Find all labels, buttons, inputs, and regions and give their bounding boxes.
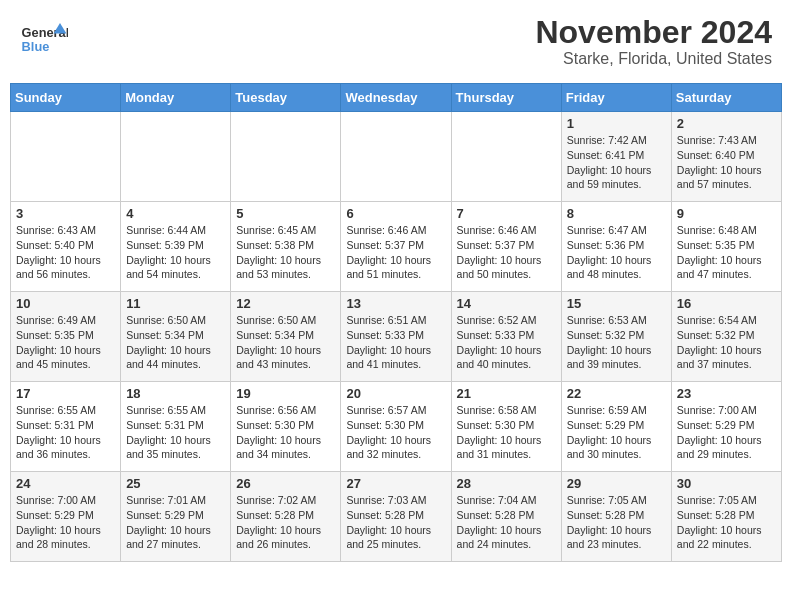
day-number: 2 xyxy=(677,116,776,131)
col-wednesday: Wednesday xyxy=(341,84,451,112)
day-number: 15 xyxy=(567,296,666,311)
calendar-cell-w3-d2: 19Sunrise: 6:56 AMSunset: 5:30 PMDayligh… xyxy=(231,382,341,472)
col-sunday: Sunday xyxy=(11,84,121,112)
day-number: 5 xyxy=(236,206,335,221)
calendar-cell-w2-d1: 11Sunrise: 6:50 AMSunset: 5:34 PMDayligh… xyxy=(121,292,231,382)
day-info-line: Daylight: 10 hours and 53 minutes. xyxy=(236,253,335,282)
calendar-cell-w3-d6: 23Sunrise: 7:00 AMSunset: 5:29 PMDayligh… xyxy=(671,382,781,472)
day-info-line: Daylight: 10 hours and 24 minutes. xyxy=(457,523,556,552)
calendar-cell-w3-d5: 22Sunrise: 6:59 AMSunset: 5:29 PMDayligh… xyxy=(561,382,671,472)
calendar-cell-w3-d0: 17Sunrise: 6:55 AMSunset: 5:31 PMDayligh… xyxy=(11,382,121,472)
calendar-cell-w0-d6: 2Sunrise: 7:43 AMSunset: 6:40 PMDaylight… xyxy=(671,112,781,202)
day-info-line: Daylight: 10 hours and 28 minutes. xyxy=(16,523,115,552)
header-row: Sunday Monday Tuesday Wednesday Thursday… xyxy=(11,84,782,112)
calendar-cell-w1-d6: 9Sunrise: 6:48 AMSunset: 5:35 PMDaylight… xyxy=(671,202,781,292)
day-info-line: Sunset: 5:32 PM xyxy=(567,328,666,343)
day-info-line: Daylight: 10 hours and 41 minutes. xyxy=(346,343,445,372)
day-info-line: Sunrise: 6:51 AM xyxy=(346,313,445,328)
day-info-line: Daylight: 10 hours and 45 minutes. xyxy=(16,343,115,372)
day-info-line: Daylight: 10 hours and 37 minutes. xyxy=(677,343,776,372)
day-info-line: Sunrise: 6:44 AM xyxy=(126,223,225,238)
calendar-table: Sunday Monday Tuesday Wednesday Thursday… xyxy=(10,83,782,562)
day-info-line: Daylight: 10 hours and 57 minutes. xyxy=(677,163,776,192)
day-number: 22 xyxy=(567,386,666,401)
day-info-line: Sunset: 5:35 PM xyxy=(16,328,115,343)
day-info-line: Sunrise: 6:58 AM xyxy=(457,403,556,418)
day-info-line: Sunset: 5:34 PM xyxy=(236,328,335,343)
day-number: 4 xyxy=(126,206,225,221)
calendar-cell-w1-d0: 3Sunrise: 6:43 AMSunset: 5:40 PMDaylight… xyxy=(11,202,121,292)
day-number: 9 xyxy=(677,206,776,221)
day-info-line: Sunrise: 6:47 AM xyxy=(567,223,666,238)
calendar-week-0: 1Sunrise: 7:42 AMSunset: 6:41 PMDaylight… xyxy=(11,112,782,202)
day-number: 16 xyxy=(677,296,776,311)
calendar-cell-w1-d1: 4Sunrise: 6:44 AMSunset: 5:39 PMDaylight… xyxy=(121,202,231,292)
day-info-line: Sunrise: 6:49 AM xyxy=(16,313,115,328)
calendar-body: 1Sunrise: 7:42 AMSunset: 6:41 PMDaylight… xyxy=(11,112,782,562)
calendar-cell-w0-d5: 1Sunrise: 7:42 AMSunset: 6:41 PMDaylight… xyxy=(561,112,671,202)
calendar-week-1: 3Sunrise: 6:43 AMSunset: 5:40 PMDaylight… xyxy=(11,202,782,292)
day-info-line: Sunrise: 6:53 AM xyxy=(567,313,666,328)
day-info-line: Sunset: 5:28 PM xyxy=(567,508,666,523)
calendar-week-3: 17Sunrise: 6:55 AMSunset: 5:31 PMDayligh… xyxy=(11,382,782,472)
day-info-line: Sunset: 5:33 PM xyxy=(346,328,445,343)
day-number: 27 xyxy=(346,476,445,491)
day-info-line: Sunset: 5:37 PM xyxy=(457,238,556,253)
day-info-line: Sunset: 5:28 PM xyxy=(346,508,445,523)
day-info-line: Sunset: 5:29 PM xyxy=(126,508,225,523)
calendar-cell-w4-d6: 30Sunrise: 7:05 AMSunset: 5:28 PMDayligh… xyxy=(671,472,781,562)
day-info-line: Daylight: 10 hours and 34 minutes. xyxy=(236,433,335,462)
day-info-line: Daylight: 10 hours and 43 minutes. xyxy=(236,343,335,372)
svg-text:Blue: Blue xyxy=(22,39,50,54)
day-number: 10 xyxy=(16,296,115,311)
calendar-cell-w0-d4 xyxy=(451,112,561,202)
day-info-line: Daylight: 10 hours and 23 minutes. xyxy=(567,523,666,552)
day-number: 25 xyxy=(126,476,225,491)
day-info-line: Sunrise: 6:45 AM xyxy=(236,223,335,238)
day-info-line: Sunset: 5:30 PM xyxy=(346,418,445,433)
day-info-line: Daylight: 10 hours and 31 minutes. xyxy=(457,433,556,462)
calendar-cell-w3-d4: 21Sunrise: 6:58 AMSunset: 5:30 PMDayligh… xyxy=(451,382,561,472)
day-info-line: Sunset: 5:29 PM xyxy=(677,418,776,433)
page-title: November 2024 xyxy=(535,15,772,50)
day-number: 1 xyxy=(567,116,666,131)
day-info-line: Sunrise: 7:01 AM xyxy=(126,493,225,508)
day-info-line: Sunrise: 7:00 AM xyxy=(16,493,115,508)
day-info-line: Sunset: 5:29 PM xyxy=(16,508,115,523)
day-info-line: Sunrise: 7:00 AM xyxy=(677,403,776,418)
day-info-line: Sunset: 5:37 PM xyxy=(346,238,445,253)
day-info-line: Sunrise: 6:54 AM xyxy=(677,313,776,328)
day-info-line: Sunset: 5:38 PM xyxy=(236,238,335,253)
day-info-line: Daylight: 10 hours and 51 minutes. xyxy=(346,253,445,282)
day-info-line: Sunset: 5:31 PM xyxy=(126,418,225,433)
calendar-week-2: 10Sunrise: 6:49 AMSunset: 5:35 PMDayligh… xyxy=(11,292,782,382)
day-info-line: Sunset: 6:41 PM xyxy=(567,148,666,163)
day-info-line: Sunrise: 6:48 AM xyxy=(677,223,776,238)
calendar-cell-w0-d0 xyxy=(11,112,121,202)
calendar-cell-w4-d5: 29Sunrise: 7:05 AMSunset: 5:28 PMDayligh… xyxy=(561,472,671,562)
title-area: November 2024 Starke, Florida, United St… xyxy=(535,15,772,68)
day-number: 29 xyxy=(567,476,666,491)
calendar-cell-w4-d1: 25Sunrise: 7:01 AMSunset: 5:29 PMDayligh… xyxy=(121,472,231,562)
calendar-cell-w0-d3 xyxy=(341,112,451,202)
day-info-line: Daylight: 10 hours and 22 minutes. xyxy=(677,523,776,552)
day-info-line: Sunset: 5:34 PM xyxy=(126,328,225,343)
day-number: 20 xyxy=(346,386,445,401)
day-info-line: Sunrise: 6:55 AM xyxy=(126,403,225,418)
day-info-line: Sunset: 5:40 PM xyxy=(16,238,115,253)
day-number: 11 xyxy=(126,296,225,311)
day-info-line: Daylight: 10 hours and 26 minutes. xyxy=(236,523,335,552)
day-number: 21 xyxy=(457,386,556,401)
day-info-line: Sunrise: 7:05 AM xyxy=(567,493,666,508)
day-number: 17 xyxy=(16,386,115,401)
day-info-line: Sunrise: 6:46 AM xyxy=(457,223,556,238)
calendar-cell-w0-d1 xyxy=(121,112,231,202)
day-info-line: Sunrise: 7:42 AM xyxy=(567,133,666,148)
day-number: 23 xyxy=(677,386,776,401)
day-info-line: Daylight: 10 hours and 59 minutes. xyxy=(567,163,666,192)
col-thursday: Thursday xyxy=(451,84,561,112)
day-info-line: Daylight: 10 hours and 39 minutes. xyxy=(567,343,666,372)
day-info-line: Sunset: 5:28 PM xyxy=(677,508,776,523)
day-info-line: Daylight: 10 hours and 35 minutes. xyxy=(126,433,225,462)
page-subtitle: Starke, Florida, United States xyxy=(535,50,772,68)
